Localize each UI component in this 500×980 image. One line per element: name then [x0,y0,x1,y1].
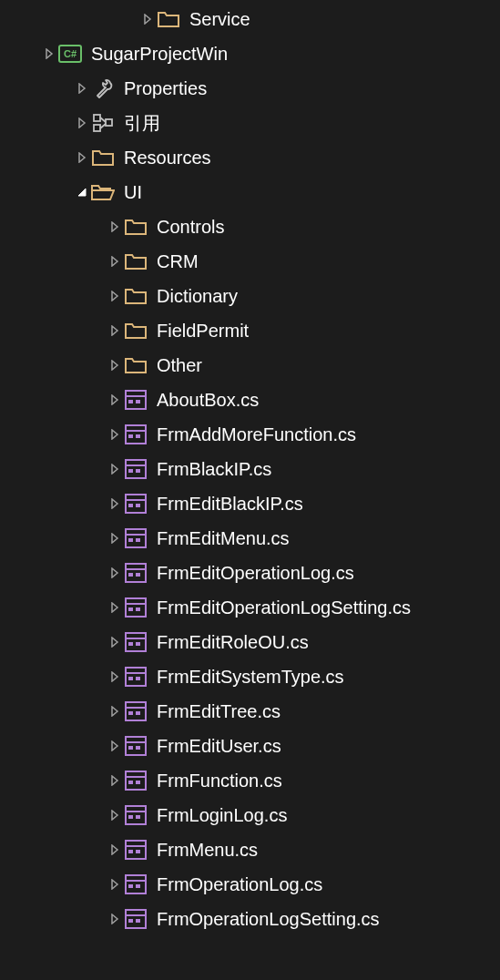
svg-rect-33 [128,607,133,611]
svg-rect-4 [106,119,112,126]
expander-right-icon[interactable] [138,14,157,25]
svg-rect-62 [136,850,140,853]
form-icon [124,734,148,758]
svg-rect-45 [128,711,133,715]
expander-right-icon[interactable] [106,844,124,855]
file-frmeditroleou[interactable]: FrmEditRoleOU.cs [0,625,500,659]
expander-right-icon[interactable] [106,429,124,440]
tree-item-label: AboutBox.cs [157,390,259,411]
svg-rect-66 [136,884,140,888]
expander-right-icon[interactable] [106,671,124,682]
svg-rect-34 [136,607,140,611]
tree-item-label: Service [189,9,250,30]
file-frmloginlog[interactable]: FrmLoginLog.cs [0,798,500,832]
svg-line-6 [100,124,106,128]
tree-item-label: FrmFunction.cs [157,771,282,791]
expander-right-icon[interactable] [106,464,124,475]
svg-rect-17 [128,469,133,473]
svg-rect-54 [136,781,140,784]
folder-service[interactable]: Service [0,2,500,36]
file-frmeditoperationlogsetting[interactable]: FrmEditOperationLogSetting.cs [0,590,500,625]
tree-item-label: FrmEditMenu.cs [157,528,290,549]
expander-down-icon[interactable] [73,187,91,198]
form-icon [124,596,148,619]
svg-rect-18 [136,469,140,473]
expander-right-icon[interactable] [106,740,124,751]
file-frmoperationlog[interactable]: FrmOperationLog.cs [0,867,500,902]
svg-rect-37 [128,642,133,646]
tree-item-label: FrmOperationLogSetting.cs [157,909,380,930]
form-icon [124,630,148,654]
expander-right-icon[interactable] [106,256,124,267]
tree-item-label: Properties [124,78,207,99]
tree-item-label: FrmEditSystemType.cs [157,667,344,688]
svg-line-5 [100,117,106,122]
form-icon [124,838,148,862]
expander-right-icon[interactable] [106,291,124,301]
folder-dictionary[interactable]: Dictionary [0,279,500,313]
expander-right-icon[interactable] [106,394,124,405]
tree-item-label: FrmAddMoreFunction.cs [157,424,356,445]
folder-properties[interactable]: Properties [0,71,500,106]
form-icon [124,457,148,481]
expander-right-icon[interactable] [106,567,124,578]
tree-item-label: FrmMenu.cs [157,840,258,861]
tree-item-label: FrmEditOperationLogSetting.cs [157,597,411,618]
file-frmblackip[interactable]: FrmBlackIP.cs [0,452,500,486]
file-frmmenu[interactable]: FrmMenu.cs [0,832,500,867]
tree-item-label: 引用 [124,111,160,136]
expander-right-icon[interactable] [106,533,124,544]
folder-resources[interactable]: Resources [0,140,500,175]
svg-rect-69 [128,919,133,923]
file-aboutbox[interactable]: AboutBox.cs [0,383,500,417]
expander-right-icon[interactable] [106,810,124,821]
tree-item-label: FrmEditOperationLog.cs [157,563,354,584]
expander-right-icon[interactable] [106,602,124,613]
expander-right-icon[interactable] [106,914,124,924]
file-frmedituser[interactable]: FrmEditUser.cs [0,729,500,763]
file-frmeditsystemtype[interactable]: FrmEditSystemType.cs [0,659,500,694]
file-frmfunction[interactable]: FrmFunction.cs [0,763,500,798]
svg-rect-29 [128,573,133,577]
file-frmeditblackip[interactable]: FrmEditBlackIP.cs [0,486,500,521]
file-frmoperationlogsetting[interactable]: FrmOperationLogSetting.cs [0,902,500,936]
folder-ui[interactable]: UI [0,175,500,209]
svg-rect-22 [136,504,140,507]
expander-right-icon[interactable] [106,879,124,890]
svg-rect-50 [136,746,140,750]
file-frmaddmorefunction[interactable]: FrmAddMoreFunction.cs [0,417,500,452]
tree-item-label: FrmLoginLog.cs [157,805,287,826]
folder-crm[interactable]: CRM [0,244,500,279]
expander-right-icon[interactable] [106,360,124,371]
svg-rect-2 [94,115,100,121]
file-frmedittree[interactable]: FrmEditTree.cs [0,694,500,729]
folder-fieldpermit[interactable]: FieldPermit [0,313,500,348]
expander-right-icon[interactable] [73,152,91,163]
tree-item-label: Dictionary [157,286,238,307]
form-icon [124,665,148,689]
svg-rect-13 [128,434,133,438]
svg-text:C#: C# [64,48,77,59]
folder-other[interactable]: Other [0,348,500,383]
expander-right-icon[interactable] [106,325,124,336]
expander-right-icon[interactable] [106,221,124,232]
tree-item-label: FieldPermit [157,321,249,342]
expander-right-icon[interactable] [73,83,91,94]
form-icon [124,526,148,550]
expander-right-icon[interactable] [73,117,91,128]
folder-references[interactable]: 引用 [0,106,500,140]
expander-right-icon[interactable] [106,498,124,509]
expander-right-icon[interactable] [106,637,124,648]
expander-right-icon[interactable] [106,775,124,786]
expander-right-icon[interactable] [106,706,124,717]
tree-item-label: SugarProjectWin [91,44,228,65]
csproj-icon: C# [58,42,82,66]
file-frmeditoperationlog[interactable]: FrmEditOperationLog.cs [0,556,500,590]
expander-right-icon[interactable] [40,48,58,59]
solution-explorer-tree: ServiceC#SugarProjectWinProperties引用Reso… [0,0,500,936]
form-icon [124,873,148,896]
folder-controls[interactable]: Controls [0,209,500,244]
file-frmeditmenu[interactable]: FrmEditMenu.cs [0,521,500,556]
project-sugarprojectwin[interactable]: C#SugarProjectWin [0,36,500,71]
folder-open-icon [91,180,115,204]
